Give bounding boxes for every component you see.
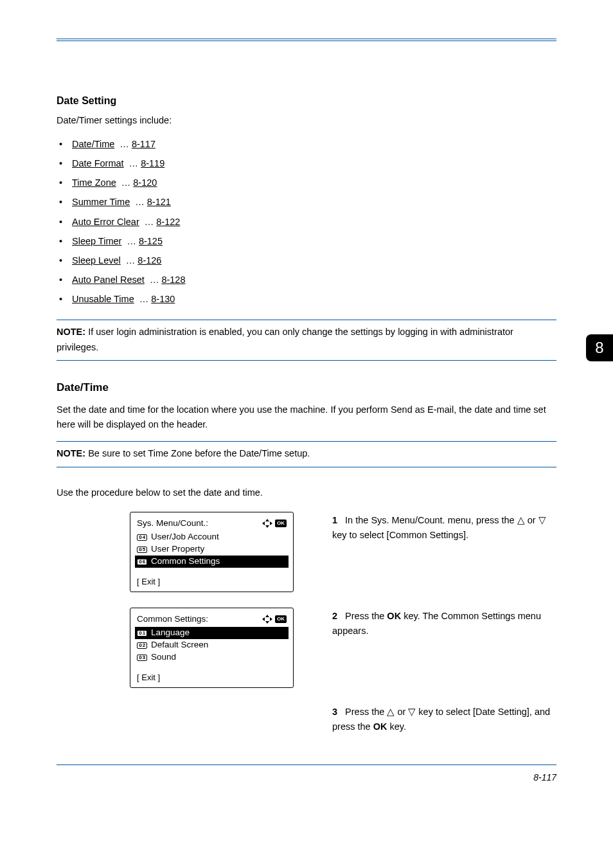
bullet-list: Date/Time …8-117 Date Format …8-119 Time… <box>57 137 556 307</box>
page-number: 8-117 <box>533 770 556 784</box>
row-num: 0 2 <box>137 642 147 649</box>
ellipsis: … <box>127 158 139 168</box>
svg-marker-4 <box>265 615 269 617</box>
link-page[interactable]: 8-125 <box>139 236 163 246</box>
svg-marker-1 <box>265 525 269 528</box>
ok-key-label: OK <box>373 721 387 732</box>
ok-icon: OK <box>275 615 287 623</box>
list-item: Auto Panel Reset …8-128 <box>57 273 556 287</box>
note-box: NOTE: If user login administration is en… <box>57 320 556 360</box>
lcd-screen: Sys. Menu/Count.: OK <box>130 512 294 592</box>
screen-footer: [ Exit ] <box>137 672 160 683</box>
screen-row: 0 4User/Job Account <box>137 531 287 543</box>
screen-row: 0 3Sound <box>137 651 287 664</box>
link-label[interactable]: Date/Time <box>72 139 114 149</box>
subsection-desc: Set the date and time for the location w… <box>57 402 556 432</box>
chapter-tab: 8 <box>586 334 613 361</box>
ok-icon: OK <box>275 520 287 527</box>
step-text-part: Press the <box>345 611 387 621</box>
lcd-screen: Common Settings: OK <box>130 608 294 688</box>
screen-title: Common Settings: <box>137 613 208 625</box>
step-row: Common Settings: OK <box>57 608 556 688</box>
ellipsis: … <box>117 139 129 149</box>
link-label[interactable]: Sleep Level <box>72 255 121 266</box>
svg-marker-3 <box>270 521 272 525</box>
step-text-part: or <box>395 707 408 717</box>
nav-arrows-icon <box>262 519 272 528</box>
row-label: Common Settings <box>151 556 220 567</box>
step-text: 3Press the △ or ▽ key to select [Date Se… <box>332 703 556 734</box>
row-num: 0 4 <box>137 534 147 541</box>
link-page[interactable]: 8-130 <box>151 294 175 304</box>
ellipsis: … <box>142 217 154 227</box>
list-item: Sleep Level …8-126 <box>57 253 556 268</box>
row-num: 0 6 <box>137 559 147 565</box>
down-arrow-icon: ▽ <box>538 515 546 525</box>
svg-marker-2 <box>262 521 265 525</box>
note-label: NOTE: <box>57 327 85 337</box>
svg-marker-7 <box>270 617 272 621</box>
link-page[interactable]: 8-121 <box>147 197 171 207</box>
step-number: 1 <box>332 515 337 525</box>
link-label[interactable]: Time Zone <box>72 177 116 188</box>
ellipsis: … <box>119 177 131 188</box>
step-text: 1In the Sys. Menu/Count. menu, press the… <box>332 512 556 543</box>
header-rule <box>57 39 556 41</box>
up-arrow-icon: △ <box>387 707 395 717</box>
link-page[interactable]: 8-128 <box>161 275 185 285</box>
link-label[interactable]: Auto Error Clear <box>72 217 139 227</box>
screen-row-selected: 0 6Common Settings <box>135 556 289 568</box>
screen-row: 0 5User Property <box>137 543 287 556</box>
list-item: Summer Time …8-121 <box>57 195 556 210</box>
screen-footer: [ Exit ] <box>137 576 160 588</box>
intro-text: Date/Timer settings include: <box>57 113 556 128</box>
list-item: Date Format …8-119 <box>57 156 556 171</box>
screen-row-selected: 0 1Language <box>135 627 289 639</box>
ellipsis: … <box>124 236 136 246</box>
link-label[interactable]: Sleep Timer <box>72 236 121 246</box>
ellipsis: … <box>123 255 136 266</box>
svg-marker-5 <box>265 621 269 624</box>
subsection-title: Date/Time <box>57 379 556 396</box>
screen-row: 0 2Default Screen <box>137 639 287 651</box>
list-item: Auto Error Clear …8-122 <box>57 215 556 230</box>
down-arrow-icon: ▽ <box>408 707 416 717</box>
list-item: Time Zone …8-120 <box>57 176 556 190</box>
link-label[interactable]: Auto Panel Reset <box>72 275 145 285</box>
link-page[interactable]: 8-120 <box>133 177 157 188</box>
step-text-part: or <box>525 515 538 525</box>
list-item: Unusable Time …8-130 <box>57 292 556 307</box>
row-label: User Property <box>151 543 204 555</box>
step-number: 2 <box>332 611 337 621</box>
link-label[interactable]: Summer Time <box>72 197 130 207</box>
ok-key-label: OK <box>387 611 401 621</box>
step-text: 2Press the OK key. The Common Settings m… <box>332 608 556 638</box>
link-label[interactable]: Unusable Time <box>72 294 134 304</box>
row-num: 0 5 <box>137 547 147 553</box>
row-num: 0 3 <box>137 655 147 661</box>
step-text-part: In the Sys. Menu/Count. menu, press the <box>345 515 517 525</box>
link-label[interactable]: Date Format <box>72 158 124 168</box>
row-label: Default Screen <box>151 639 208 651</box>
nav-arrows-icon <box>262 615 272 624</box>
link-page[interactable]: 8-117 <box>132 139 155 149</box>
list-item: Sleep Timer …8-125 <box>57 234 556 249</box>
ellipsis: … <box>147 275 159 285</box>
note-box-2: NOTE: Be sure to set Time Zone before th… <box>57 441 556 467</box>
step-row: Sys. Menu/Count.: OK <box>57 512 556 592</box>
link-page[interactable]: 8-126 <box>138 255 161 266</box>
up-arrow-icon: △ <box>517 515 525 525</box>
footer-rule <box>57 764 556 765</box>
screen-title: Sys. Menu/Count.: <box>137 518 208 529</box>
link-page[interactable]: 8-122 <box>156 217 180 227</box>
step-text-part: key to select [Common Settings]. <box>332 530 468 540</box>
ellipsis: … <box>137 294 149 304</box>
row-label: Language <box>151 627 190 638</box>
row-label: User/Job Account <box>151 531 219 543</box>
svg-marker-6 <box>262 617 265 621</box>
section-title: Date Setting <box>57 93 556 109</box>
link-page[interactable]: 8-119 <box>141 158 164 168</box>
svg-marker-0 <box>265 519 269 521</box>
step-text-part: key. <box>387 721 406 732</box>
row-label: Sound <box>151 651 176 663</box>
